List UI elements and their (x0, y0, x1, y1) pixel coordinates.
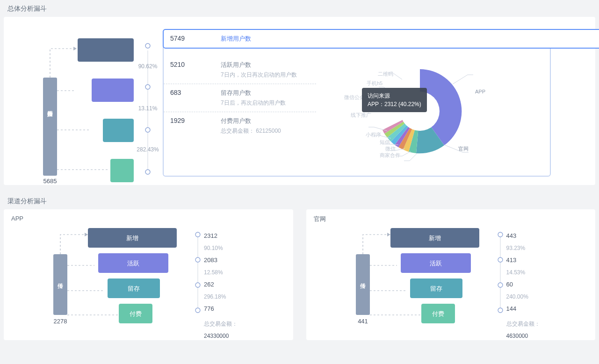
tooltip-value: APP：2312 (40.22%) (368, 100, 421, 108)
svg-text:小程序: 小程序 (366, 132, 381, 137)
overall-card: 传播用户数 5685 90.62% 13.11% 282.43% 5749 新增… (4, 17, 595, 185)
svg-point-39 (195, 257, 200, 262)
svg-point-8 (145, 43, 150, 48)
val: 2083 (204, 254, 238, 266)
pct: 93.23% (506, 242, 540, 254)
svg-rect-5 (103, 119, 134, 142)
svg-text:商家合作: 商家合作 (380, 152, 400, 158)
svg-text:新增: 新增 (429, 235, 441, 242)
channel-values-guanwang: 443 93.23% 413 14.53% 60 240.00% 144 总交易… (506, 230, 540, 340)
svg-rect-6 (110, 159, 134, 182)
svg-rect-26 (53, 254, 67, 315)
svg-text:活跃: 活跃 (127, 260, 139, 267)
pct: 12.58% (204, 266, 238, 278)
detail-row-retained-users[interactable]: 683 留存用户数 7日后，再次启动的用户数 (164, 84, 316, 112)
svg-point-9 (145, 85, 150, 89)
pct: 240.00% (506, 291, 540, 303)
svg-text:441: 441 (358, 318, 368, 325)
svg-text:新增: 新增 (126, 235, 138, 242)
val: 262 (204, 278, 238, 291)
svg-text:线下推广: 线下推广 (351, 112, 371, 118)
svg-point-55 (498, 257, 503, 262)
svg-text:留存: 留存 (128, 285, 140, 292)
svg-text:活跃: 活跃 (430, 260, 442, 267)
tooltip-title: 访问来源 (368, 92, 421, 100)
detail-value: 5749 (170, 35, 221, 43)
svg-text:付费: 付费 (129, 310, 142, 317)
footer-value: 24330000 (204, 330, 238, 340)
svg-rect-4 (92, 79, 134, 102)
section-title-channels: 渠道分析漏斗 (0, 193, 599, 209)
overall-detail-panel: 5749 新增用户数 5210 活跃用户数 7日内，次日再次启动的用户数 683… (163, 29, 551, 177)
overall-funnel-chart: 传播用户数 5685 90.62% 13.11% 282.43% (15, 27, 165, 186)
detail-value: 683 (170, 89, 221, 107)
pct: 14.53% (506, 266, 540, 278)
channel-name: APP (4, 213, 293, 225)
svg-point-11 (145, 170, 150, 174)
detail-value: 5210 (170, 61, 221, 79)
footer-value: 4630000 (506, 330, 540, 340)
svg-point-57 (498, 308, 503, 313)
channel-funnel-guanwang: 传播 441 新增 活跃 留存 付费 (334, 228, 493, 331)
svg-rect-0 (43, 78, 57, 176)
detail-sub: 总交易金额： 62125000 (221, 127, 310, 135)
channel-funnel-app: 传播 2278 新增 活跃 留存 付费 (32, 228, 191, 331)
val: 2312 (204, 230, 238, 242)
detail-title: 留存用户数 (221, 89, 310, 97)
svg-rect-42 (356, 254, 370, 315)
detail-title: 活跃用户数 (221, 61, 310, 69)
svg-text:13.11%: 13.11% (138, 105, 158, 112)
svg-text:二维码: 二维码 (378, 71, 393, 77)
footer-label: 总交易金额： (506, 321, 540, 327)
svg-point-54 (498, 232, 503, 237)
svg-point-56 (498, 283, 503, 287)
svg-text:90.62%: 90.62% (138, 63, 158, 70)
channel-card-guanwang: 官网 传播 441 新增 活跃 留存 付费 (306, 209, 596, 340)
val: 60 (506, 278, 540, 291)
footer-label: 总交易金额： (204, 321, 238, 327)
channel-share-pie: 各渠道占比 (323, 33, 546, 173)
svg-text:官网: 官网 (458, 146, 469, 151)
svg-text:APP: APP (475, 89, 485, 94)
channel-values-app: 2312 90.10% 2083 12.58% 262 296.18% 776 … (204, 230, 238, 340)
channel-card-app: APP 传播 2278 新增 活跃 留存 付费 (4, 209, 293, 340)
detail-title: 新增用户数 (221, 35, 599, 43)
val: 443 (506, 230, 540, 242)
val: 413 (506, 254, 540, 266)
detail-row-active-users[interactable]: 5210 活跃用户数 7日内，次日再次启动的用户数 (164, 56, 316, 84)
detail-sub: 7日后，再次启动的用户数 (221, 99, 310, 107)
svg-point-40 (195, 283, 200, 287)
detail-sub: 7日内，次日再次启动的用户数 (221, 71, 310, 79)
svg-text:2278: 2278 (54, 318, 67, 325)
svg-point-10 (145, 128, 150, 132)
svg-text:留存: 留存 (430, 285, 442, 292)
detail-row-paying-users[interactable]: 1929 付费用户数 总交易金额： 62125000 (164, 112, 316, 140)
pct: 90.10% (204, 242, 238, 254)
pie-tooltip: 访问来源 APP：2312 (40.22%) (362, 88, 427, 112)
detail-title: 付费用户数 (221, 117, 310, 125)
svg-point-41 (195, 308, 200, 313)
section-title-overall: 总体分析漏斗 (0, 0, 599, 17)
pct: 296.18% (204, 291, 238, 303)
svg-text:手机h5: 手机h5 (367, 80, 382, 86)
svg-rect-3 (78, 38, 134, 62)
svg-text:5685: 5685 (43, 178, 57, 185)
svg-text:付费: 付费 (432, 310, 444, 317)
detail-row-new-users[interactable]: 5749 新增用户数 (163, 29, 599, 49)
svg-point-38 (195, 232, 200, 237)
detail-value: 1929 (170, 117, 221, 135)
val: 144 (506, 303, 540, 315)
val: 776 (204, 303, 238, 315)
svg-text:282.43%: 282.43% (137, 146, 159, 153)
channel-name: 官网 (306, 213, 596, 226)
